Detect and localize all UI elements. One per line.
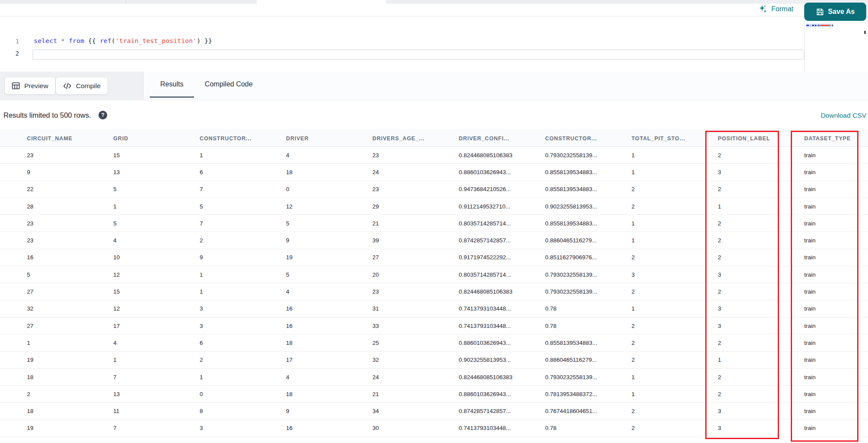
table-cell: 2 [718,152,804,159]
table-cell: 23 [372,186,459,192]
results-table: CIRCUIT_NAMEGRIDCONSTRUCTOR...DRIVERDRIV… [0,130,868,437]
table-cell: 2 [718,374,804,380]
editor-minimap[interactable] [804,21,867,75]
table-cell: 0.8035714285714... [459,220,545,227]
table-cell: 0.7930232558139... [545,271,631,278]
column-header: DRIVER [286,136,372,142]
table-cell: 12 [113,305,200,312]
table-cell: 1 [631,374,718,380]
minimap-marker [864,31,866,34]
format-label: Format [771,5,793,13]
table-row: 2717316330.7413793103448...0.7823train [0,317,868,334]
table-cell: 9 [286,237,372,244]
minimap-token [819,25,820,26]
save-as-label: Save As [828,8,855,16]
table-cell: 2 [718,254,804,261]
table-cell: 0.824468085106383 [459,374,545,380]
table-cell: 0 [200,391,286,397]
download-csv-link[interactable]: Download CSV [821,112,866,119]
table-cell: 0.7930232558139... [545,152,631,159]
table-cell: train [804,220,868,227]
tab-compiled-code[interactable]: Compiled Code [203,72,255,97]
active-tab-underline [150,96,194,98]
table-row: 913618240.8860103626943...0.855813953488… [0,164,868,181]
table-cell: 6 [200,340,286,346]
minimap-token [832,25,833,26]
format-button[interactable]: Format [759,5,793,13]
column-header: CONSTRUCTOR... [545,136,631,142]
active-line-input[interactable] [33,50,804,60]
table-cell: train [804,391,868,397]
table-row: 271514230.8244680851063830.7930232558139… [0,283,868,300]
code-line-1[interactable]: select * from {{ ref('train_test_positio… [34,37,212,44]
compile-label: Compile [76,82,101,90]
active-file-tab[interactable] [256,0,386,3]
table-cell: 18 [27,408,113,414]
table-cell: 0.8558139534883... [545,340,631,346]
minimap-token [817,25,817,26]
column-header: DRIVERS_AGE_... [372,136,459,142]
table-cell: train [804,288,868,295]
minimap-token [830,25,831,26]
table-cell: 4 [286,288,372,295]
preview-button[interactable]: Preview [4,77,56,95]
table-cell: train [804,374,868,380]
table-cell: 7 [113,374,200,380]
code-token: select [34,37,57,44]
table-cell: 12 [286,203,372,210]
table-cell: 2 [631,340,718,346]
table-cell: 3 [200,425,286,431]
table-cell: 23 [372,152,459,159]
table-cell: 7 [200,186,286,192]
column-header: GRID [113,136,200,142]
table-cell: 18 [286,340,372,346]
table-cell: 19 [286,254,372,261]
table-cell: 6 [200,169,286,175]
table-cell: 3 [200,305,286,312]
results-note-row: Results limited to 500 rows. ? Download … [0,101,868,130]
table-cell: 1 [200,271,286,278]
table-row: 191217320.9023255813953...0.886046511627… [0,352,868,369]
table-cell: 0.8742857142857... [459,237,545,244]
table-cell: train [804,340,868,346]
table-cell: 1 [200,288,286,295]
minimap-token [818,25,819,26]
button-zone: Preview Compile [0,72,144,100]
table-cell: 2 [631,357,718,363]
help-icon[interactable]: ? [99,111,107,119]
table-row: 213018210.8860103626943...0.781395348837… [0,386,868,403]
save-as-button[interactable]: Save As [804,3,866,21]
table-cell: 0.7413793103448... [459,425,545,431]
table-cell: 16 [286,323,372,329]
table-row: 51215200.8035714285714...0.7930232558139… [0,266,868,283]
table-cell: 1 [631,391,718,397]
table-cell: 0.78 [545,305,631,312]
sql-editor[interactable]: 1 2 select * from {{ ref('train_test_pos… [0,17,868,72]
table-cell: 2 [718,340,804,346]
tab-results[interactable]: Results [150,72,194,97]
table-cell: 5 [286,271,372,278]
table-cell: 0.9023255813953... [459,357,545,363]
table-cell: train [804,271,868,278]
table-cell: 17 [286,357,372,363]
table-cell: 0.7930232558139... [545,374,631,380]
code-token: ) [197,37,201,44]
table-cell: 22 [27,186,113,192]
table-cell: 13 [113,169,200,175]
table-cell: 0.8860465116279... [545,237,631,244]
table-cell: train [804,425,868,431]
minimap-token [831,25,832,26]
table-cell: 0.9112149532710... [459,203,545,210]
code-token [84,37,88,44]
table-cell: 16 [27,254,113,261]
compile-button[interactable]: Compile [56,77,108,95]
table-cell: 0.78 [545,323,631,329]
row-limit-note: Results limited to 500 rows. [3,111,91,119]
table-cell: 21 [372,220,459,227]
table-cell: 9 [286,408,372,414]
table-cell: 0.7813953488372... [545,391,631,397]
table-cell: 2 [631,254,718,261]
table-cell: 3 [718,425,804,431]
table-cell: 23 [27,152,113,159]
line-number-2: 2 [10,50,19,57]
